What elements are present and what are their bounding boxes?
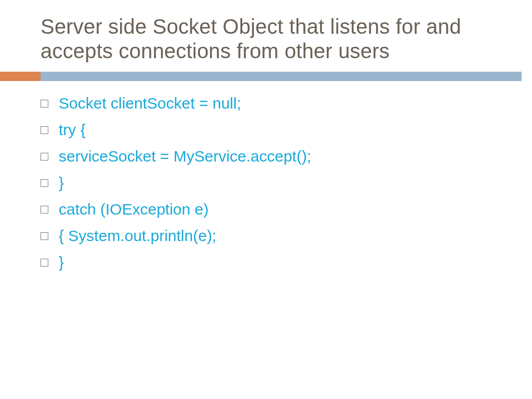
code-line: { System.out.println(e); [59, 227, 216, 244]
page-title: Server side Socket Object that listens f… [41, 15, 532, 63]
list-item: Socket clientSocket = null; [41, 95, 532, 112]
square-bullet-icon [41, 232, 48, 240]
code-line: } [59, 254, 64, 271]
list-item: try { [41, 121, 532, 138]
code-line: serviceSocket = MyService.accept(); [59, 148, 311, 165]
list-item: serviceSocket = MyService.accept(); [41, 148, 532, 165]
square-bullet-icon [41, 126, 48, 134]
list-item: catch (IOException e) [41, 201, 532, 218]
square-bullet-icon [41, 153, 48, 161]
list-item: } [41, 254, 532, 271]
code-line: catch (IOException e) [59, 201, 208, 218]
square-bullet-icon [41, 100, 48, 108]
list-item: { System.out.println(e); [41, 227, 532, 244]
code-line: } [59, 174, 64, 191]
accent-orange-block [0, 72, 41, 81]
content-area: Socket clientSocket = null; try { servic… [0, 81, 532, 271]
list-item: } [41, 174, 532, 191]
code-line: try { [59, 121, 86, 138]
square-bullet-icon [41, 206, 48, 214]
accent-bar [0, 72, 532, 81]
code-line: Socket clientSocket = null; [59, 95, 241, 112]
square-bullet-icon [41, 179, 48, 187]
square-bullet-icon [41, 259, 48, 267]
accent-blue-block [41, 72, 522, 81]
title-area: Server side Socket Object that listens f… [0, 0, 532, 69]
